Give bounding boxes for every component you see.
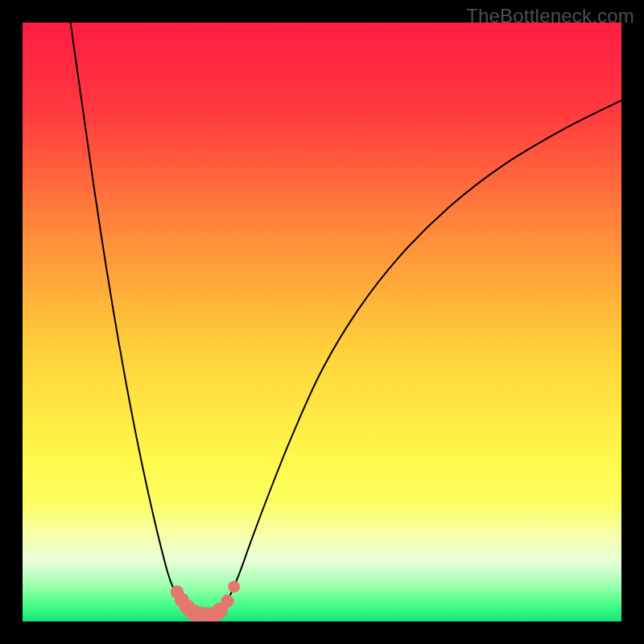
data-marker [228,580,240,592]
curve-group [71,23,621,617]
bottleneck-curve [71,23,621,617]
data-marker [221,595,233,608]
chart-svg [23,23,621,621]
outer-frame: TheBottleneck.com [0,0,644,644]
watermark-text: TheBottleneck.com [466,5,634,27]
plot-area [23,23,621,621]
marker-group [171,580,240,621]
